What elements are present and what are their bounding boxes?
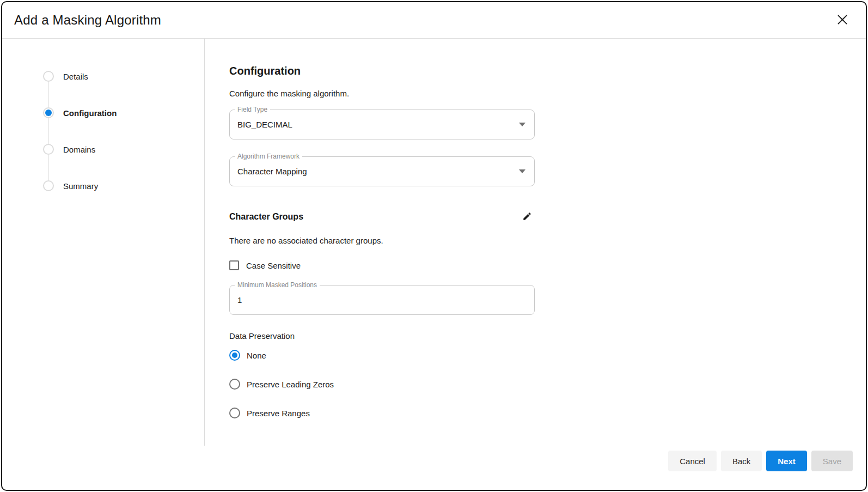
close-icon: [836, 13, 849, 28]
step-circle-icon: [43, 144, 54, 155]
step-label: Summary: [63, 181, 98, 191]
step-connector: [48, 118, 49, 144]
page-subtitle: Configure the masking algorithm.: [229, 89, 866, 98]
radio-label: Preserve Leading Zeros: [247, 380, 334, 389]
radio-unselected-icon: [229, 408, 240, 418]
chevron-down-icon: [519, 169, 525, 173]
dialog-header: Add a Masking Algorithm: [2, 2, 866, 39]
radio-preserve-leading-zeros[interactable]: Preserve Leading Zeros: [229, 379, 866, 390]
step-label: Details: [63, 72, 88, 81]
radio-selected-icon: [229, 350, 240, 361]
step-label: Configuration: [63, 108, 117, 118]
algorithm-framework-value: Character Mapping: [237, 167, 307, 176]
radio-preserve-ranges[interactable]: Preserve Ranges: [229, 408, 866, 418]
save-button[interactable]: Save: [811, 451, 853, 471]
dialog-body: Details Configuration Domains Summary Co…: [2, 39, 866, 446]
minimum-masked-positions-label: Minimum Masked Positions: [235, 281, 320, 289]
configuration-panel: Configuration Configure the masking algo…: [205, 39, 866, 446]
algorithm-framework-label: Algorithm Framework: [235, 153, 302, 160]
edit-character-groups-button[interactable]: [519, 209, 535, 224]
radio-label: None: [247, 351, 266, 360]
radio-label: Preserve Ranges: [247, 409, 310, 418]
minimum-masked-positions-value: 1: [237, 295, 242, 305]
page-title: Configuration: [229, 65, 866, 77]
radio-none[interactable]: None: [229, 350, 866, 361]
next-button[interactable]: Next: [766, 451, 807, 471]
dialog-footer: Cancel Back Next Save: [2, 446, 866, 490]
case-sensitive-checkbox-row[interactable]: Case Sensitive: [229, 260, 866, 270]
stepper-item-domains[interactable]: Domains: [43, 144, 204, 155]
close-button[interactable]: [833, 11, 852, 29]
chevron-down-icon: [519, 123, 525, 126]
data-preservation-label: Data Preservation: [229, 331, 866, 341]
character-groups-section: Character Groups: [229, 209, 535, 224]
dialog-title: Add a Masking Algorithm: [14, 13, 161, 28]
step-connector: [48, 82, 49, 107]
field-type-value: BIG_DECIMAL: [237, 120, 292, 129]
minimum-masked-positions-input[interactable]: Minimum Masked Positions 1: [229, 285, 535, 315]
add-masking-algorithm-dialog: Add a Masking Algorithm Details Configur…: [1, 1, 867, 491]
radio-unselected-icon: [229, 379, 240, 390]
stepper-item-configuration[interactable]: Configuration: [43, 107, 204, 118]
step-circle-icon: [43, 71, 54, 82]
case-sensitive-checkbox[interactable]: [229, 260, 239, 270]
stepper-item-details[interactable]: Details: [43, 71, 204, 82]
field-type-select[interactable]: Field Type BIG_DECIMAL: [229, 110, 535, 139]
step-circle-active-icon: [43, 107, 54, 118]
cancel-button[interactable]: Cancel: [668, 451, 717, 471]
stepper-item-summary[interactable]: Summary: [43, 180, 204, 191]
back-button[interactable]: Back: [721, 451, 762, 471]
pencil-icon: [522, 211, 532, 223]
algorithm-framework-select[interactable]: Algorithm Framework Character Mapping: [229, 156, 535, 186]
step-circle-icon: [43, 180, 54, 191]
character-groups-heading: Character Groups: [229, 212, 303, 222]
case-sensitive-label: Case Sensitive: [246, 261, 301, 270]
wizard-stepper: Details Configuration Domains Summary: [2, 39, 205, 446]
step-label: Domains: [63, 145, 95, 154]
character-groups-empty-text: There are no associated character groups…: [229, 236, 866, 245]
field-type-label: Field Type: [235, 106, 270, 113]
step-connector: [48, 155, 49, 180]
